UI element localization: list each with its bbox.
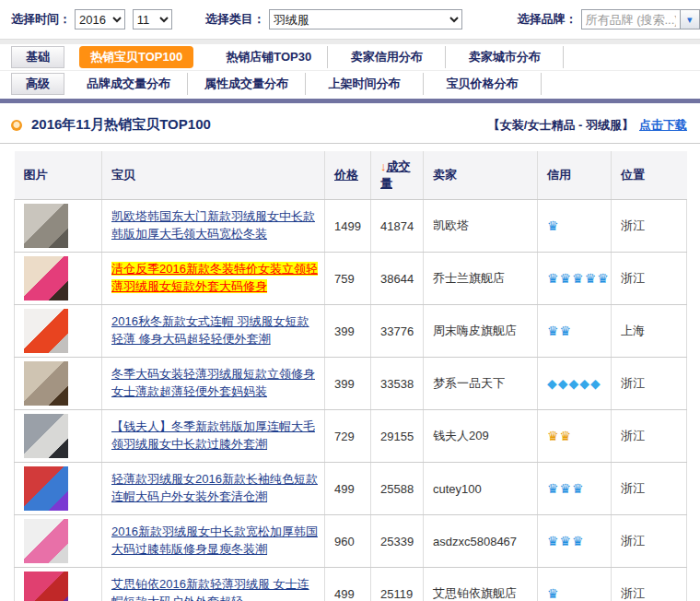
item-title-link[interactable]: 艾思铂依2016新款轻薄羽绒服 女士连帽短款大码户外外套超轻 xyxy=(111,577,309,601)
item-credit: ♛♛ xyxy=(538,305,612,358)
col-item: 宝贝 xyxy=(102,151,325,200)
crown-blue-icon: ♛♛♛ xyxy=(547,481,585,496)
category-path: 【女装/女士精品 - 羽绒服】 xyxy=(488,117,634,134)
brand-label: 选择品牌： xyxy=(518,11,578,28)
item-location: 浙江 xyxy=(612,253,687,305)
brand-search-input[interactable] xyxy=(581,9,681,29)
item-seller: asdzxc5808467 xyxy=(424,515,538,568)
page-title: 2016年11月热销宝贝TOP100 xyxy=(31,116,488,134)
item-credit: ♛ xyxy=(538,568,612,601)
tab-basic-2[interactable]: 卖家信用分布 xyxy=(328,46,446,68)
item-title-link[interactable]: 【钱夫人】冬季新款韩版加厚连帽大毛领羽绒服女中长款过膝外套潮 xyxy=(111,419,315,451)
col-location: 位置 xyxy=(612,151,687,200)
item-credit: ♛♛ xyxy=(538,410,612,463)
item-location: 浙江 xyxy=(612,463,687,515)
top100-table: 图片 宝贝 价格 ↓成交量 卖家 信用 位置 凯欧塔韩国东大门新款羽绒服女中长款… xyxy=(14,151,687,601)
filter-bar: 选择时间： 2016 11 选择类目： 羽绒服 选择品牌： ▾ xyxy=(0,0,700,39)
col-image: 图片 xyxy=(15,151,102,200)
item-thumbnail[interactable] xyxy=(24,414,68,458)
item-thumbnail[interactable] xyxy=(24,204,68,248)
crown-blue-icon: ♛♛♛ xyxy=(547,534,585,548)
item-price: 399 xyxy=(325,358,371,410)
item-volume: 33538 xyxy=(371,358,424,410)
item-volume: 33776 xyxy=(371,305,424,358)
item-title-link[interactable]: 2016新款羽绒服女中长款宽松加厚韩国大码过膝韩版修身显瘦冬装潮 xyxy=(111,524,318,556)
item-thumbnail[interactable] xyxy=(24,309,68,353)
item-volume: 29155 xyxy=(371,410,424,463)
tab-advanced-0[interactable]: 品牌成交量分布 xyxy=(70,73,188,95)
category-label: 选择类目： xyxy=(205,11,265,28)
crown-blue-icon: ♛♛ xyxy=(547,324,572,338)
table-row: 【钱夫人】冬季新款韩版加厚连帽大毛领羽绒服女中长款过膝外套潮72929155钱夫… xyxy=(15,410,687,463)
table-wrapper: 图片 宝贝 价格 ↓成交量 卖家 信用 位置 凯欧塔韩国东大门新款羽绒服女中长款… xyxy=(0,144,700,601)
item-volume: 25119 xyxy=(371,568,424,601)
item-price: 1499 xyxy=(325,200,371,253)
page: 选择时间： 2016 11 选择类目： 羽绒服 选择品牌： ▾ 基础 热销宝贝T… xyxy=(0,0,700,601)
item-price: 399 xyxy=(325,305,371,358)
chevron-down-icon: ▾ xyxy=(687,14,693,25)
item-volume: 25339 xyxy=(371,515,424,568)
item-price: 499 xyxy=(325,463,371,515)
tab-row-advanced: 高级 品牌成交量分布属性成交量分布上架时间分布宝贝价格分布 xyxy=(0,70,700,96)
item-location: 浙江 xyxy=(612,568,687,601)
item-seller: 梦系一品天下 xyxy=(424,358,538,410)
orange-bullet-icon xyxy=(11,120,22,131)
tab-basic-3[interactable]: 卖家城市分布 xyxy=(446,46,564,68)
item-thumbnail[interactable] xyxy=(24,572,68,601)
tab-basic-1[interactable]: 热销店铺TOP30 xyxy=(210,46,328,68)
item-title-link[interactable]: 轻薄款羽绒服女2016新款长袖纯色短款连帽大码户外女装外套清仓潮 xyxy=(111,472,318,503)
item-credit: ♛♛♛♛♛ xyxy=(538,253,612,305)
item-seller: cutey100 xyxy=(424,463,538,515)
item-location: 浙江 xyxy=(612,515,687,568)
item-thumbnail[interactable] xyxy=(24,466,68,511)
item-seller: 凯欧塔 xyxy=(424,200,538,253)
item-title-link[interactable]: 凯欧塔韩国东大门新款羽绒服女中长款韩版加厚大毛领大码宽松冬装 xyxy=(111,209,315,241)
table-row: 凯欧塔韩国东大门新款羽绒服女中长款韩版加厚大毛领大码宽松冬装149941874凯… xyxy=(15,200,687,253)
table-header-row: 图片 宝贝 价格 ↓成交量 卖家 信用 位置 xyxy=(15,151,687,200)
item-title-link[interactable]: 冬季大码女装轻薄羽绒服短款立领修身女士薄款超薄轻便外套妈妈装 xyxy=(111,367,315,398)
col-volume[interactable]: ↓成交量 xyxy=(371,151,424,200)
tab-group-advanced: 高级 xyxy=(11,73,64,95)
item-seller: 乔士兰旗舰店 xyxy=(424,253,538,305)
crown-blue-icon: ♛ xyxy=(547,586,560,601)
col-seller: 卖家 xyxy=(424,151,538,200)
item-title-link[interactable]: 清仓反季2016新款冬装特价女装立领轻薄羽绒服女短款外套大码修身 xyxy=(111,262,318,293)
item-location: 浙江 xyxy=(612,410,687,463)
tab-advanced-1[interactable]: 属性成交量分布 xyxy=(188,73,306,95)
category-select[interactable]: 羽绒服 xyxy=(269,9,462,29)
item-volume: 41874 xyxy=(371,200,424,253)
time-label: 选择时间： xyxy=(11,11,71,28)
tab-group-basic: 基础 xyxy=(11,46,64,68)
table-row: 清仓反季2016新款冬装特价女装立领轻薄羽绒服女短款外套大码修身75938644… xyxy=(15,253,687,305)
item-location: 上海 xyxy=(612,305,687,358)
item-title-link[interactable]: 2016秋冬新款女式连帽 羽绒服女短款轻薄 修身大码超轻轻便外套潮 xyxy=(111,314,309,346)
item-thumbnail[interactable] xyxy=(24,256,68,300)
table-row: 轻薄款羽绒服女2016新款长袖纯色短款连帽大码户外女装外套清仓潮49925588… xyxy=(15,463,687,515)
item-price: 729 xyxy=(325,410,371,463)
crown-gold-icon: ♛♛ xyxy=(547,429,572,443)
item-volume: 25588 xyxy=(371,463,424,515)
diamond-blue-icon: ◆◆◆◆◆ xyxy=(547,376,601,391)
item-credit: ♛♛♛ xyxy=(538,463,612,515)
tab-advanced-2[interactable]: 上架时间分布 xyxy=(306,73,424,95)
item-location: 浙江 xyxy=(612,200,687,253)
item-thumbnail[interactable] xyxy=(24,519,68,563)
table-row: 2016秋冬新款女式连帽 羽绒服女短款轻薄 修身大码超轻轻便外套潮3993377… xyxy=(15,305,687,358)
tabs-panel: 基础 热销宝贝TOP100热销店铺TOP30卖家信用分布卖家城市分布 高级 品牌… xyxy=(0,44,700,103)
table-row: 2016新款羽绒服女中长款宽松加厚韩国大码过膝韩版修身显瘦冬装潮96025339… xyxy=(15,515,687,568)
table-row: 艾思铂依2016新款轻薄羽绒服 女士连帽短款大码户外外套超轻49925119艾思… xyxy=(15,568,687,601)
year-select[interactable]: 2016 xyxy=(75,9,125,29)
col-price[interactable]: 价格 xyxy=(325,151,371,200)
tab-advanced-3[interactable]: 宝贝价格分布 xyxy=(424,73,542,95)
item-seller: 艾思铂依旗舰店 xyxy=(424,568,538,601)
month-select[interactable]: 11 xyxy=(133,9,172,29)
col-credit: 信用 xyxy=(538,151,612,200)
item-seller: 周末嗨皮旗舰店 xyxy=(424,305,538,358)
item-location: 浙江 xyxy=(612,358,687,410)
brand-dropdown-button[interactable]: ▾ xyxy=(681,9,700,29)
table-row: 冬季大码女装轻薄羽绒服短款立领修身女士薄款超薄轻便外套妈妈装39933538梦系… xyxy=(15,358,687,410)
item-thumbnail[interactable] xyxy=(24,361,68,406)
crown-blue-icon: ♛ xyxy=(547,218,560,233)
tab-basic-0[interactable]: 热销宝贝TOP100 xyxy=(70,43,203,71)
download-link[interactable]: 点击下载 xyxy=(639,117,687,134)
